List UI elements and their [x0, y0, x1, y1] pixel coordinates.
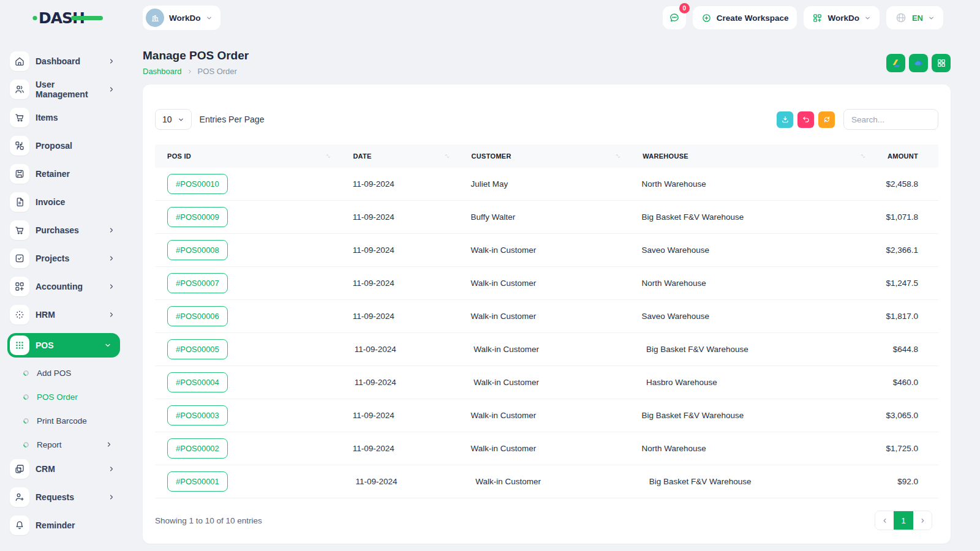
- column-header-warehouse[interactable]: WAREHOUSE: [630, 152, 875, 160]
- sidebar-item-user-management[interactable]: User Management: [10, 80, 129, 99]
- home-icon: [10, 51, 29, 71]
- breadcrumb-dashboard-link[interactable]: Dashboard: [143, 67, 182, 76]
- sidebar: Dashboard User Management Items Proposal…: [0, 36, 129, 551]
- entries-per-page-label: Entries Per Page: [200, 114, 265, 124]
- sidebar-subitem-pos-order[interactable]: POS Order: [23, 388, 129, 406]
- chevron-right-icon: [105, 441, 113, 448]
- column-header-pos-id[interactable]: POS ID: [155, 152, 341, 160]
- sidebar-item-label: Items: [36, 113, 58, 122]
- pos-id-button[interactable]: #POS00003: [167, 405, 228, 425]
- entries-per-page-select[interactable]: 10: [155, 109, 192, 130]
- breadcrumb-separator-icon: [187, 69, 193, 75]
- customer-name: Walk-in Customer: [463, 477, 636, 486]
- customer-name: Walk-in Customer: [461, 378, 634, 387]
- search-input[interactable]: [843, 109, 938, 130]
- language-label: EN: [912, 13, 923, 23]
- order-amount: $2,458.8: [873, 179, 938, 189]
- sidebar-item-label: Retainer: [36, 169, 70, 179]
- sidebar-item-invoice[interactable]: Invoice: [10, 192, 129, 212]
- proposal-icon: [10, 136, 29, 156]
- sort-icon[interactable]: [443, 152, 451, 160]
- sidebar-item-dashboard[interactable]: Dashboard: [10, 51, 129, 71]
- chevron-right-icon: [108, 227, 115, 234]
- page-header: Manage POS Order Dashboard POS Order: [143, 49, 951, 76]
- export-button[interactable]: [777, 111, 793, 128]
- entries-per-page-value: 10: [162, 114, 172, 124]
- messages-badge: 0: [679, 3, 690, 13]
- sidebar-item-label: POS: [36, 340, 54, 350]
- order-amount: $2,366.1: [873, 246, 938, 255]
- chevron-right-icon: [108, 493, 115, 501]
- warehouse-name: Hasbro Warehouse: [634, 378, 881, 387]
- messages-button[interactable]: 0: [663, 6, 686, 29]
- table-row: #POS00010 11-09-2024 Juliet May North Wa…: [155, 168, 938, 201]
- column-header-customer[interactable]: CUSTOMER: [459, 152, 631, 160]
- grid-view-button[interactable]: [932, 54, 951, 72]
- column-header-amount[interactable]: AMOUNT: [875, 152, 938, 160]
- pos-id-button[interactable]: #POS00005: [167, 339, 228, 359]
- table-row: #POS00003 11-09-2024 Walk-in Customer Bi…: [155, 399, 938, 432]
- column-header-date[interactable]: DATE: [341, 152, 459, 160]
- sidebar-item-requests[interactable]: Requests: [10, 487, 129, 507]
- sidebar-item-retainer[interactable]: Retainer: [10, 164, 129, 184]
- pos-id-button[interactable]: #POS00001: [167, 471, 228, 492]
- table-row: #POS00007 11-09-2024 Walk-in Customer No…: [155, 267, 938, 300]
- save-icon: [10, 164, 29, 184]
- customer-name: Walk-in Customer: [459, 312, 630, 321]
- sidebar-item-label: HRM: [36, 310, 55, 320]
- sidebar-subitem-add-pos[interactable]: Add POS: [23, 364, 129, 382]
- warehouse-name: Saveo Warehouse: [630, 312, 874, 321]
- sort-icon[interactable]: [859, 152, 867, 160]
- pos-id-button[interactable]: #POS00004: [167, 372, 228, 392]
- sidebar-item-pos[interactable]: POS: [7, 333, 120, 358]
- sidebar-subitem-print-barcode[interactable]: Print Barcode: [23, 411, 129, 430]
- sidebar-item-crm[interactable]: CRM: [10, 459, 129, 479]
- create-workspace-label: Create Workspace: [717, 13, 789, 23]
- warehouse-name: North Warehouse: [630, 279, 874, 288]
- chevron-down-icon: [864, 15, 871, 21]
- create-workspace-button[interactable]: Create Workspace: [693, 6, 797, 29]
- workspace-selector[interactable]: WorkDo: [143, 6, 221, 30]
- pos-id-button[interactable]: #POS00009: [167, 207, 228, 227]
- pos-id-button[interactable]: #POS00002: [167, 438, 228, 459]
- sort-icon[interactable]: [325, 152, 332, 160]
- pos-id-button[interactable]: #POS00006: [167, 306, 228, 326]
- google-drive-button[interactable]: [886, 54, 905, 72]
- company-menu-button[interactable]: WorkDo: [804, 6, 880, 29]
- sidebar-item-items[interactable]: Items: [10, 108, 129, 127]
- pagination-next-button[interactable]: [913, 511, 932, 530]
- onedrive-button[interactable]: [909, 54, 928, 72]
- sidebar-item-hrm[interactable]: HRM: [10, 305, 129, 324]
- workspace-label: WorkDo: [169, 13, 201, 23]
- language-selector[interactable]: EN: [886, 6, 943, 29]
- pos-id-button[interactable]: #POS00010: [167, 174, 228, 194]
- warehouse-name: North Warehouse: [630, 444, 874, 453]
- pos-order-card: 10 Entries Per Page: [143, 84, 951, 544]
- main-content: Manage POS Order Dashboard POS Order: [129, 36, 980, 551]
- sidebar-item-purchases[interactable]: Purchases: [10, 220, 129, 240]
- pagination-prev-button[interactable]: [875, 511, 894, 530]
- brand-logo[interactable]: DASH: [0, 7, 129, 29]
- sidebar-item-proposal[interactable]: Proposal: [10, 136, 129, 156]
- sidebar-subitem-report[interactable]: Report: [23, 435, 129, 454]
- refresh-button[interactable]: [818, 111, 835, 128]
- sort-icon[interactable]: [614, 152, 622, 160]
- pos-id-button[interactable]: #POS00008: [167, 240, 228, 260]
- reset-button[interactable]: [797, 111, 814, 128]
- chevron-left-icon: [881, 517, 888, 524]
- sidebar-item-label: CRM: [36, 464, 55, 474]
- download-icon: [781, 115, 790, 124]
- sidebar-item-accounting[interactable]: Accounting: [10, 277, 129, 296]
- sidebar-item-label: Invoice: [36, 197, 65, 207]
- sidebar-item-reminder[interactable]: Reminder: [10, 515, 129, 535]
- chat-icon: [668, 12, 680, 24]
- table-body: #POS00010 11-09-2024 Juliet May North Wa…: [155, 168, 938, 498]
- pagination-current-page[interactable]: 1: [894, 511, 913, 530]
- order-date: 11-09-2024: [342, 345, 462, 354]
- warehouse-name: Big Basket F&V Warehouse: [630, 212, 874, 222]
- warehouse-name: Big Basket F&V Warehouse: [637, 477, 885, 486]
- sidebar-item-projects[interactable]: Projects: [10, 249, 129, 268]
- refresh-icon: [823, 115, 831, 124]
- bullet-icon: [22, 417, 30, 425]
- pos-id-button[interactable]: #POS00007: [167, 273, 228, 293]
